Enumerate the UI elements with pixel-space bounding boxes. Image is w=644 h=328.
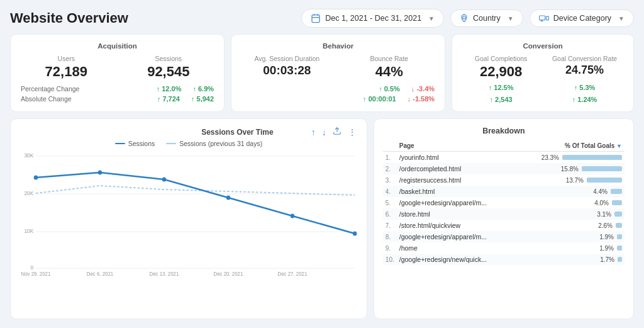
chart-title: Sessions Over Time <box>165 128 310 137</box>
row-pct: 2.6% <box>594 222 613 229</box>
svg-point-22 <box>291 214 294 218</box>
goal-rate-col: Goal Conversion Rate 24.75% <box>546 55 623 80</box>
breakdown-row: 5. /google+redesign/apparel/m... 4.0% <box>383 197 625 208</box>
pct-change-vals: 12.0% 6.9% <box>157 85 214 93</box>
chart-actions: ↑ ↓ ⋮ <box>310 127 358 137</box>
row-page: /google+redesign/apparel/m... <box>397 231 511 242</box>
goal-completions-label: Goal Completions <box>462 55 540 62</box>
row-bar <box>618 257 622 262</box>
row-pct: 1.7% <box>596 256 614 263</box>
svg-point-21 <box>226 196 230 200</box>
row-bar <box>582 166 622 171</box>
conversion-change-1: 12.5% 5.3% <box>462 82 623 92</box>
sessions-col: Sessions 92,545 <box>123 55 214 80</box>
conversion-title: Conversion <box>462 42 623 50</box>
row-page: /yourinfo.html <box>397 152 511 164</box>
row-num: 8. <box>383 231 397 242</box>
behavior-change-rows: 0.5% -3.4% 00:00:01 -1.58% <box>242 84 435 104</box>
row-bar-cell: 1.9% <box>511 242 625 254</box>
users-label: Users <box>21 55 112 62</box>
legend-prev-sessions: Sessions (previous 31 days) <box>166 140 262 147</box>
col-page-header: Page <box>397 140 511 152</box>
row-bar-cell: 13.7% <box>511 174 625 186</box>
sessions-chart: 30K 20K 10K 0 <box>19 150 358 276</box>
sessions-pct-change: 6.9% <box>192 85 214 93</box>
goal-completions-value: 22,908 <box>462 64 540 80</box>
chart-header: Sessions Over Time ↑ ↓ ⋮ <box>19 127 358 137</box>
sort-icon: ▼ <box>616 143 622 149</box>
svg-point-23 <box>353 232 357 236</box>
svg-rect-6 <box>546 16 548 20</box>
row-pct: 13.7% <box>565 177 584 184</box>
breakdown-row: 4. /basket.html 4.4% <box>383 186 625 197</box>
conversion-change-2: 2,543 1.24% <box>462 94 623 104</box>
breakdown-row: 2. /ordercompleted.html 15.8% <box>383 163 625 174</box>
row-bar-cell: 1.7% <box>511 254 625 265</box>
row-bar <box>611 189 622 194</box>
row-page: /registersuccess.html <box>397 174 511 186</box>
acquisition-card: Acquisition Users 72,189 Sessions 92,545… <box>10 34 225 112</box>
row-pct: 15.8% <box>560 166 579 172</box>
row-page: /google+redesign/apparel/m... <box>397 197 511 208</box>
row-num: 7. <box>383 220 397 231</box>
bounce-abs-change: -1.58% <box>408 95 435 103</box>
goal-rate-label: Goal Conversion Rate <box>546 55 623 62</box>
bounce-label: Bounce Rate <box>344 55 435 62</box>
svg-text:30K: 30K <box>24 152 33 159</box>
acquisition-change-rows: Percentage Change 12.0% 6.9% Absolute Ch… <box>21 84 214 104</box>
avg-session-value: 00:03:28 <box>242 64 333 77</box>
rate-pct: 5.3% <box>574 84 596 91</box>
row-pct: 1.9% <box>595 234 614 240</box>
goal-rate-value: 24.75% <box>546 64 623 77</box>
legend-sessions: Sessions <box>115 140 155 147</box>
filter-bar: Dec 1, 2021 - Dec 31, 2021 ▼ Country ▼ D… <box>301 9 634 28</box>
chart-card: Sessions Over Time ↑ ↓ ⋮ Sessions <box>10 118 367 319</box>
row-num: 5. <box>383 197 397 208</box>
behavior-title: Behavior <box>242 42 435 50</box>
country-filter[interactable]: Country ▼ <box>450 9 523 27</box>
svg-point-4 <box>463 16 466 20</box>
svg-text:10K: 10K <box>24 228 33 234</box>
sessions-abs-change: 5,942 <box>191 95 214 103</box>
row-page: /store.html/quickview <box>397 220 511 231</box>
chart-up-button[interactable]: ↑ <box>310 127 317 137</box>
calendar-icon <box>311 13 321 23</box>
row-bar <box>614 212 622 217</box>
row-num: 2. <box>383 163 397 174</box>
conversion-cols: Goal Completions 22,908 Goal Conversion … <box>462 55 623 80</box>
acquisition-cols: Users 72,189 Sessions 92,545 <box>21 55 214 80</box>
chart-legend: Sessions Sessions (previous 31 days) <box>19 140 358 147</box>
abs-change-vals: 7,724 5,942 <box>157 95 214 103</box>
device-filter[interactable]: Device Category ▼ <box>530 9 634 27</box>
chart-more-button[interactable]: ⋮ <box>347 127 358 137</box>
bottom-row: Sessions Over Time ↑ ↓ ⋮ Sessions <box>10 118 634 319</box>
svg-point-18 <box>34 176 38 180</box>
device-filter-label: Device Category <box>553 14 611 23</box>
pct-change-label: Percentage Change <box>21 85 79 93</box>
location-icon <box>460 14 469 23</box>
country-filter-caret: ▼ <box>508 15 514 22</box>
row-bar-cell: 4.0% <box>511 197 625 208</box>
row-bar <box>617 246 622 251</box>
device-filter-caret: ▼ <box>618 15 625 22</box>
device-icon <box>539 14 549 23</box>
behavior-cols: Avg. Session Duration 00:03:28 Bounce Ra… <box>242 55 435 80</box>
col-pct-header[interactable]: % Of Total Goals ▼ <box>511 140 625 152</box>
users-abs-change: 7,724 <box>157 95 180 103</box>
chart-down-button[interactable]: ↓ <box>321 127 328 137</box>
avg-abs-change: 00:00:01 <box>363 95 396 103</box>
svg-point-19 <box>98 171 102 175</box>
row-bar-cell: 3.1% <box>511 208 625 220</box>
breakdown-title: Breakdown <box>383 127 625 135</box>
date-filter[interactable]: Dec 1, 2021 - Dec 31, 2021 ▼ <box>301 9 444 28</box>
breakdown-row: 3. /registersuccess.html 13.7% <box>383 174 625 186</box>
breakdown-row: 10. /google+redesign/new/quick... 1.7% <box>383 254 625 265</box>
svg-rect-0 <box>312 15 319 23</box>
metrics-row: Acquisition Users 72,189 Sessions 92,545… <box>10 34 634 112</box>
row-bar-cell: 23.3% <box>511 152 625 164</box>
abs-change-label: Absolute Change <box>21 95 72 103</box>
svg-rect-5 <box>539 16 545 20</box>
chart-export-button[interactable] <box>331 127 343 137</box>
breakdown-row: 6. /store.html 3.1% <box>383 208 625 220</box>
users-pct-change: 12.0% <box>157 85 182 93</box>
